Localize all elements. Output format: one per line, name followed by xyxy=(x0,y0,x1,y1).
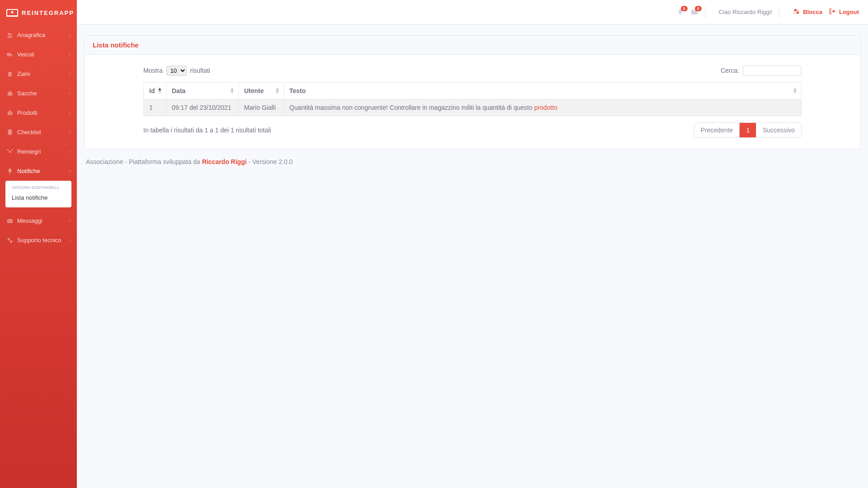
chevron-right-icon: › xyxy=(69,71,71,76)
chevron-right-icon: › xyxy=(69,33,71,38)
svg-point-18 xyxy=(10,240,12,243)
envelope-icon xyxy=(6,218,14,224)
greeting-text: Ciao Riccardo Riggi! xyxy=(719,9,773,15)
sidebar-item-reintegri[interactable]: Reintegri › xyxy=(0,142,77,161)
svg-rect-7 xyxy=(8,92,13,95)
footer-author-link[interactable]: Riccardo Riggi xyxy=(202,158,247,165)
clipboard-icon xyxy=(6,129,14,136)
svg-point-5 xyxy=(8,55,9,56)
sort-icon: ▲▼ xyxy=(157,87,162,94)
sidebar-item-messaggi[interactable]: Messaggi › xyxy=(0,211,77,230)
submenu-header: OPZIONI DISPONIBILI: xyxy=(12,185,65,190)
pagination: Precedente 1 Successivo xyxy=(694,122,802,138)
cell-data: 09:17 del 23/10/2021 xyxy=(166,99,239,116)
chevron-right-icon: › xyxy=(69,110,71,115)
pagination-prev[interactable]: Precedente xyxy=(694,123,740,137)
svg-rect-11 xyxy=(8,130,12,135)
pagination-page-1[interactable]: 1 xyxy=(739,123,756,137)
sidebar-item-label: Prodotti xyxy=(17,109,38,116)
footer-suffix: - Versione 2.0.0 xyxy=(247,158,293,165)
svg-point-17 xyxy=(8,238,10,240)
sidebar-item-anagrafica[interactable]: Anagrafica › xyxy=(0,25,77,45)
length-select[interactable]: 10 xyxy=(166,66,187,76)
col-testo[interactable]: Testo ▲▼ xyxy=(284,83,802,99)
svg-point-14 xyxy=(11,149,13,150)
topbar-messages[interactable]: 0 xyxy=(691,9,698,16)
sidebar-item-label: Sacche xyxy=(17,90,37,97)
table-info: In tabella i risultati da 1 a 1 dei 1 ri… xyxy=(143,127,271,134)
sidebar-item-label: Supporto tecnico xyxy=(17,237,61,244)
product-link[interactable]: prodotto xyxy=(534,104,557,111)
table-length-control: Mostra 10 risultati xyxy=(143,66,210,76)
search-label: Cerca: xyxy=(721,67,739,74)
svg-rect-8 xyxy=(9,91,11,92)
notifications-table: Id ▲▼ Data ▲▼ Utente ▲▼ xyxy=(143,82,802,116)
bell-icon xyxy=(6,168,14,174)
search-input[interactable] xyxy=(743,66,802,76)
user-lock-icon xyxy=(793,8,801,16)
sidebar-item-sacche[interactable]: Sacche › xyxy=(0,84,77,103)
sidebar-item-label: Anagrafica xyxy=(17,32,45,38)
col-data[interactable]: Data ▲▼ xyxy=(166,83,239,99)
submenu-item-lista-notifiche[interactable]: Lista notifiche xyxy=(12,192,65,203)
footer-prefix: Associazione - Piattaforma sviluppata da xyxy=(86,158,202,165)
svg-point-2 xyxy=(8,33,10,35)
divider xyxy=(705,6,705,19)
chevron-right-icon: › xyxy=(69,52,71,57)
topbar: 0 0 Ciao Riccardo Riggi! Blocca Logout xyxy=(77,0,868,24)
svg-rect-1 xyxy=(6,16,18,17)
pagination-next[interactable]: Successivo xyxy=(756,123,801,137)
cogs-icon xyxy=(6,237,14,244)
sidebar-item-label: Veicoli xyxy=(17,51,34,58)
svg-point-3 xyxy=(10,33,12,35)
chevron-right-icon: › xyxy=(69,238,71,243)
topbar-notifications[interactable]: 0 xyxy=(677,9,684,16)
sidebar-item-label: Notifiche xyxy=(17,168,40,174)
brand-link[interactable]: REINTEGRAPP xyxy=(0,0,77,25)
sidebar-item-prodotti[interactable]: Prodotti › xyxy=(0,103,77,122)
briefcase-icon xyxy=(6,90,14,97)
users-icon xyxy=(6,32,14,38)
sidebar-item-veicoli[interactable]: Veicoli › xyxy=(0,45,77,64)
logout-icon xyxy=(829,8,837,16)
vest-icon xyxy=(6,71,14,77)
sidebar-item-label: Messaggi xyxy=(17,217,42,224)
card-title: Lista notifiche xyxy=(93,41,139,49)
sidebar-item-label: Zaini xyxy=(17,70,30,77)
svg-point-20 xyxy=(794,9,797,11)
notifications-card: Lista notifiche Mostra 10 risultati Cerc… xyxy=(84,35,861,149)
sidebar-item-supporto[interactable]: Supporto tecnico › xyxy=(0,230,77,250)
sidebar: REINTEGRAPP Anagrafica › Veicoli › Zaini… xyxy=(0,0,77,488)
svg-rect-10 xyxy=(9,110,11,112)
logout-label: Logout xyxy=(839,9,859,15)
svg-rect-12 xyxy=(9,129,11,131)
chevron-right-icon: › xyxy=(69,91,71,96)
cell-testo: Quantità massima non congruente! Control… xyxy=(284,99,802,116)
notification-badge: 0 xyxy=(681,6,688,11)
sort-icon: ▲▼ xyxy=(230,87,235,94)
svg-rect-16 xyxy=(7,219,13,223)
sidebar-item-zaini[interactable]: Zaini › xyxy=(0,64,77,84)
people-carry-icon xyxy=(6,149,14,155)
svg-rect-4 xyxy=(7,53,10,55)
chevron-right-icon: › xyxy=(69,130,71,135)
sidebar-item-checklist[interactable]: Checklist › xyxy=(0,122,77,142)
svg-rect-21 xyxy=(797,12,799,14)
truck-icon xyxy=(6,52,14,58)
footer: Associazione - Piattaforma sviluppata da… xyxy=(84,149,861,174)
svg-point-13 xyxy=(7,149,9,150)
sidebar-item-label: Checklist xyxy=(17,129,41,136)
brand-text: REINTEGRAPP xyxy=(22,9,74,16)
table-row: 1 09:17 del 23/10/2021 Mario Gialli Quan… xyxy=(144,99,802,116)
logout-button[interactable]: Logout xyxy=(829,8,859,16)
chevron-right-icon: › xyxy=(69,149,71,154)
brand-icon xyxy=(6,8,22,17)
sort-icon: ▲▼ xyxy=(275,87,280,94)
lock-button[interactable]: Blocca xyxy=(793,8,822,16)
col-utente[interactable]: Utente ▲▼ xyxy=(239,83,284,99)
chevron-right-icon: › xyxy=(69,218,71,223)
table-search-control: Cerca: xyxy=(721,66,802,76)
briefcase-medical-icon xyxy=(6,110,14,116)
col-id[interactable]: Id ▲▼ xyxy=(144,83,166,99)
sidebar-item-notifiche[interactable]: Notifiche › xyxy=(0,161,77,181)
